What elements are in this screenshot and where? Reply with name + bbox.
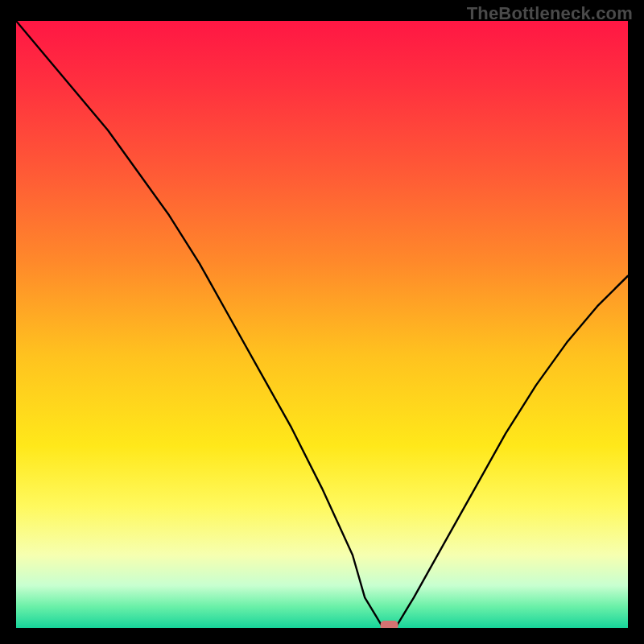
watermark-label: TheBottleneck.com xyxy=(467,3,633,24)
chart-frame: TheBottleneck.com xyxy=(0,0,644,644)
bottleneck-chart xyxy=(16,21,628,628)
gradient-background xyxy=(16,21,628,628)
plot-area xyxy=(16,21,628,628)
optimal-point-marker xyxy=(381,621,398,628)
